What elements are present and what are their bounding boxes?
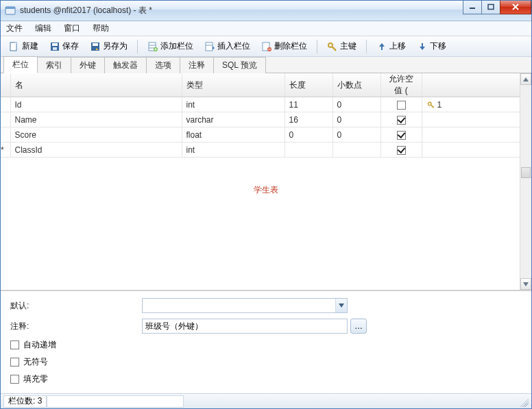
cell-dec[interactable]: 0	[332, 97, 380, 112]
key-icon	[327, 41, 338, 52]
chevron-down-icon[interactable]	[335, 299, 347, 312]
titlebar[interactable]: students @nfit2017 (localhost) - 表 *	[1, 1, 531, 21]
cell-pk[interactable]: 1	[422, 97, 531, 112]
autoinc-label: 自动递增	[23, 339, 56, 351]
table-row[interactable]: Namevarchar160	[1, 112, 531, 127]
default-combo[interactable]	[142, 298, 348, 313]
tb-save[interactable]: 保存	[45, 38, 83, 54]
tb-down[interactable]: 下移	[413, 38, 450, 54]
columns-grid[interactable]: 名 类型 长度 小数点 允许空值 ( Idint1101Namevarchar1…	[1, 73, 531, 158]
minimize-button[interactable]	[463, 1, 482, 14]
down-icon	[417, 41, 428, 52]
cell-type[interactable]: int	[182, 142, 285, 158]
content: 名 类型 长度 小数点 允许空值 ( Idint1101Namevarchar1…	[1, 73, 531, 393]
zerofill-label: 填充零	[23, 373, 48, 385]
vertical-scrollbar[interactable]	[520, 73, 531, 290]
tab-options[interactable]: 选项	[146, 57, 180, 73]
cell-name[interactable]: Name	[10, 112, 182, 127]
cell-null[interactable]	[380, 112, 422, 127]
resize-grip-icon[interactable]	[518, 396, 529, 407]
menu-window[interactable]: 窗口	[64, 23, 80, 34]
cell-dec[interactable]: 0	[332, 112, 380, 127]
cell-dec[interactable]: 0	[332, 127, 380, 142]
zerofill-checkbox[interactable]	[10, 375, 19, 384]
cell-name[interactable]: ClassId	[10, 142, 182, 158]
cell-null[interactable]	[380, 127, 422, 142]
cell-null[interactable]	[380, 97, 422, 112]
cell-dec[interactable]	[332, 142, 380, 158]
tb-new[interactable]: 新建	[5, 38, 43, 54]
unsigned-checkbox[interactable]	[10, 358, 19, 367]
up-icon	[376, 41, 387, 52]
col-dec[interactable]: 小数点	[332, 73, 380, 97]
maximize-button[interactable]	[481, 1, 500, 14]
tab-triggers[interactable]: 触发器	[104, 57, 147, 73]
cell-type[interactable]: float	[182, 127, 285, 142]
tab-sqlpreview[interactable]: SQL 预览	[213, 57, 266, 73]
autoinc-checkbox[interactable]	[10, 340, 19, 349]
scroll-up-icon[interactable]	[520, 73, 531, 85]
tab-indexes[interactable]: 索引	[37, 57, 71, 73]
column-properties: 默认: 注释: 班级号（外键） … 自动递增	[1, 290, 531, 393]
table-row[interactable]: *ClassIdint	[1, 142, 531, 158]
col-type[interactable]: 类型	[182, 73, 285, 97]
scroll-track[interactable]	[520, 85, 531, 278]
row-marker: *	[1, 142, 10, 158]
cell-len[interactable]: 0	[285, 127, 332, 142]
menu-help[interactable]: 帮助	[93, 23, 109, 34]
cell-type[interactable]: varchar	[182, 112, 285, 127]
separator	[366, 40, 367, 53]
svg-rect-6	[10, 42, 16, 51]
null-checkbox[interactable]	[397, 116, 406, 125]
menu-file[interactable]: 文件	[6, 23, 23, 34]
new-icon	[9, 41, 20, 52]
cell-pk[interactable]	[422, 127, 531, 142]
tab-fks[interactable]: 外键	[71, 57, 105, 73]
svg-rect-1	[5, 7, 15, 9]
comment-ellipsis-button[interactable]: …	[350, 319, 367, 334]
col-name[interactable]: 名	[10, 73, 182, 97]
tb-delcol[interactable]: 删除栏位	[257, 38, 311, 54]
app-window: students @nfit2017 (localhost) - 表 * 文件 …	[0, 0, 532, 409]
cell-name[interactable]: Score	[10, 127, 182, 142]
tb-pk[interactable]: 主键	[323, 38, 361, 54]
separator	[317, 40, 317, 53]
cell-len[interactable]: 11	[285, 97, 332, 112]
col-pk[interactable]	[422, 73, 531, 97]
toolbar: 新建 保存 另存为 添加栏位 插入栏位 删除栏位 主键 上移 下移	[1, 36, 531, 57]
separator	[137, 40, 138, 53]
row-marker	[1, 97, 10, 112]
scroll-down-icon[interactable]	[520, 278, 531, 290]
cell-pk[interactable]	[422, 142, 531, 158]
cell-len[interactable]: 16	[285, 112, 332, 127]
svg-rect-11	[93, 43, 98, 46]
scroll-thumb[interactable]	[521, 167, 531, 178]
menu-edit[interactable]: 编辑	[35, 23, 51, 34]
window-title: students @nfit2017 (localhost) - 表 *	[20, 5, 463, 16]
tb-up[interactable]: 上移	[372, 38, 410, 54]
cell-name[interactable]: Id	[10, 97, 182, 112]
null-checkbox[interactable]	[397, 101, 406, 110]
cell-len[interactable]	[285, 142, 332, 158]
col-null[interactable]: 允许空值 (	[380, 73, 422, 97]
cell-null[interactable]	[380, 142, 422, 158]
table-row[interactable]: Idint1101	[1, 97, 531, 112]
close-button[interactable]	[500, 1, 531, 14]
comment-input[interactable]: 班级号（外键）	[142, 319, 348, 334]
tb-addcol[interactable]: 添加栏位	[143, 38, 197, 54]
tab-columns[interactable]: 栏位	[3, 56, 38, 73]
tb-saveas[interactable]: 另存为	[86, 38, 132, 54]
tabbar: 栏位 索引 外键 触发器 选项 注释 SQL 预览	[1, 57, 531, 73]
tb-insertcol[interactable]: 插入栏位	[200, 38, 254, 54]
app-icon	[5, 5, 16, 16]
table-row[interactable]: Scorefloat00	[1, 127, 531, 142]
row-marker	[1, 112, 10, 127]
null-checkbox[interactable]	[397, 146, 406, 155]
delcol-icon	[261, 41, 272, 52]
tab-comment[interactable]: 注释	[180, 57, 214, 73]
cell-pk[interactable]	[422, 112, 531, 127]
col-len[interactable]: 长度	[285, 73, 332, 97]
col-marker	[1, 73, 10, 97]
null-checkbox[interactable]	[397, 131, 406, 140]
cell-type[interactable]: int	[182, 97, 285, 112]
